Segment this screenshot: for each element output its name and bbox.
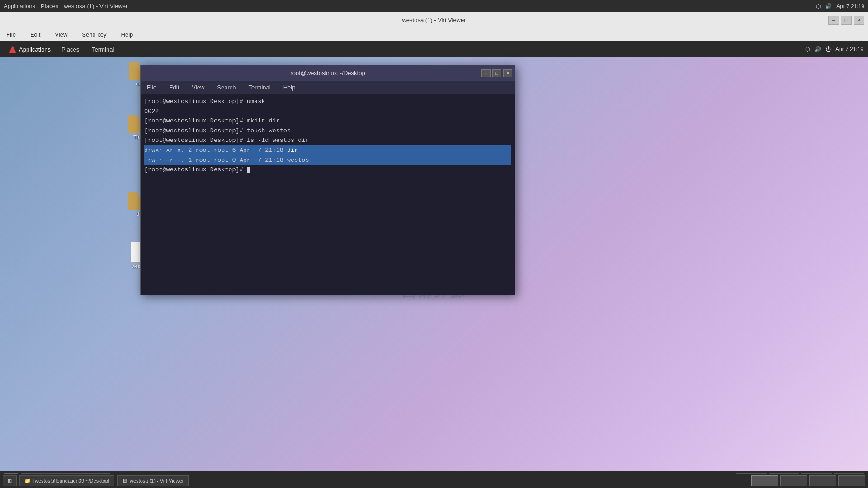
virt-viewer-window: westosa (1) - Virt Viewer ─ □ ✕ File Edi… xyxy=(0,12,868,488)
guest-panel-right: ⬡ 🔊 ⏻ Apr 7 21:19 xyxy=(805,46,863,52)
terminal-highlight-dir: dir xyxy=(287,147,298,154)
terminal-line-2: 0022 xyxy=(144,107,511,117)
guest-terminal-menu[interactable]: Terminal xyxy=(85,44,120,55)
terminal-line-8: [root@westoslinux Desktop]# xyxy=(144,165,511,175)
terminal-controls: ─ □ ✕ xyxy=(481,69,512,77)
host-workspace-3[interactable] xyxy=(809,475,836,486)
host-topbar: Applications Places westosa (1) - Virt V… xyxy=(0,0,868,12)
guest-panel: Applications Places Terminal ⬡ 🔊 ⏻ Apr 7… xyxy=(0,41,868,57)
terminal-maximize-button[interactable]: □ xyxy=(492,69,501,77)
host-bottombar: ⊞ 📁 [westos@foundation39:~/Desktop] 🖥 we… xyxy=(0,474,868,488)
menu-file[interactable]: File xyxy=(4,30,19,39)
host-taskbar-westos-label: [westos@foundation39:~/Desktop] xyxy=(33,478,109,483)
host-volume-icon: 🔊 xyxy=(825,3,832,9)
menu-edit[interactable]: Edit xyxy=(28,30,43,39)
terminal-menubar: File Edit View Search Terminal Help xyxy=(141,81,515,94)
menu-view[interactable]: View xyxy=(52,30,70,39)
terminal-titlebar: root@westoslinux:~/Desktop ─ □ ✕ xyxy=(141,65,515,81)
terminal-title: root@westoslinux:~/Desktop xyxy=(290,70,365,76)
terminal-line-7: -rw-r--r--. 1 root root 0 Apr 7 21:18 we… xyxy=(144,155,511,165)
terminal-menu-help[interactable]: Help xyxy=(281,83,298,92)
virt-menubar: File Edit View Send key Help xyxy=(0,28,868,41)
host-topbar-right: ⬡ 🔊 Apr 7 21:19 xyxy=(816,3,864,9)
host-taskbar-virt-btn[interactable]: 🖥 westosa (1) - Virt Viewer xyxy=(117,475,189,486)
terminal-menu-terminal[interactable]: Terminal xyxy=(246,83,274,92)
host-applications-menu[interactable]: Applications xyxy=(4,3,35,9)
virt-close-button[interactable]: ✕ xyxy=(854,16,864,25)
terminal-cursor xyxy=(247,167,250,173)
virt-titlebar-title: westosa (1) - Virt Viewer xyxy=(402,17,466,23)
menu-help[interactable]: Help xyxy=(118,30,136,39)
terminal-menu-view[interactable]: View xyxy=(189,83,207,92)
host-show-desktop-button[interactable]: ⊞ xyxy=(3,475,17,486)
terminal-line-6: drwxr-xr-x. 2 root root 6 Apr 7 21:18 di… xyxy=(144,145,511,155)
guest-volume-icon: 🔊 xyxy=(814,46,821,52)
terminal-window: root@westoslinux:~/Desktop ─ □ ✕ File Ed… xyxy=(140,65,515,295)
guest-applications-menu[interactable]: Applications xyxy=(5,44,55,55)
host-window-title: westosa (1) - Virt Viewer xyxy=(64,3,127,9)
virt-titlebar: westosa (1) - Virt Viewer ─ □ ✕ xyxy=(0,12,868,28)
terminal-line-5: [root@westoslinux Desktop]# ls -ld westo… xyxy=(144,136,511,145)
host-workspace-1[interactable] xyxy=(751,475,778,486)
host-workspace-4[interactable] xyxy=(838,475,865,486)
host-datetime: Apr 7 21:19 xyxy=(836,3,864,9)
terminal-minimize-button[interactable]: ─ xyxy=(481,69,491,77)
terminal-menu-file[interactable]: File xyxy=(144,83,159,92)
guest-desktop: Applications Places Terminal ⬡ 🔊 ⏻ Apr 7… xyxy=(0,41,868,488)
virt-viewer-icon: 🖥 xyxy=(122,478,127,483)
terminal-body[interactable]: [root@westoslinux Desktop]# umask 0022 [… xyxy=(141,94,515,295)
guest-panel-left: Applications Places Terminal xyxy=(5,44,120,55)
guest-applications-label: Applications xyxy=(19,46,51,53)
host-workspace-2[interactable] xyxy=(780,475,807,486)
guest-places-menu[interactable]: Places xyxy=(55,44,85,55)
terminal-close-button[interactable]: ✕ xyxy=(503,69,512,77)
host-network-icon: ⬡ xyxy=(816,3,821,9)
virt-titlebar-controls: ─ □ ✕ xyxy=(828,16,864,25)
host-bottom-right xyxy=(751,475,865,486)
guest-network-icon: ⬡ xyxy=(805,46,810,52)
host-topbar-left: Applications Places westosa (1) - Virt V… xyxy=(4,3,127,9)
host-taskbar-westos-btn[interactable]: 📁 [westos@foundation39:~/Desktop] xyxy=(19,475,114,486)
virt-minimize-button[interactable]: ─ xyxy=(828,16,839,25)
guest-datetime: Apr 7 21:19 xyxy=(835,46,863,52)
show-desktop-icon: ⊞ xyxy=(8,478,12,484)
terminal-line-3: [root@westoslinux Desktop]# mkdir dir xyxy=(144,116,511,126)
terminal-menu-edit[interactable]: Edit xyxy=(166,83,182,92)
terminal-line-1: [root@westoslinux Desktop]# umask xyxy=(144,97,511,107)
terminal-line-4: [root@westoslinux Desktop]# touch westos xyxy=(144,126,511,136)
file-manager-icon: 📁 xyxy=(24,478,31,484)
host-places-menu[interactable]: Places xyxy=(41,3,58,9)
menu-send-key[interactable]: Send key xyxy=(79,30,109,39)
fedora-icon xyxy=(9,46,16,53)
terminal-menu-search[interactable]: Search xyxy=(214,83,238,92)
virt-maximize-button[interactable]: □ xyxy=(841,16,852,25)
host-taskbar-virt-label: westosa (1) - Virt Viewer xyxy=(130,478,184,483)
guest-power-icon: ⏻ xyxy=(826,46,831,52)
